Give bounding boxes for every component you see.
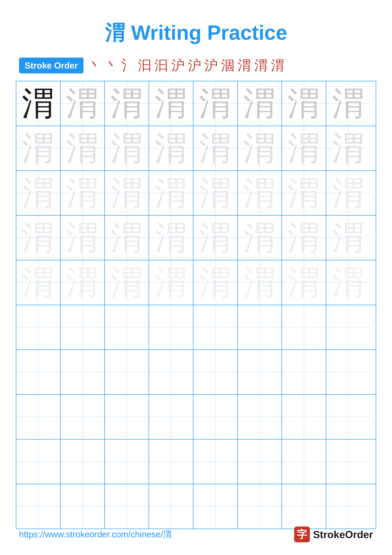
- grid-cell[interactable]: 渭: [238, 171, 282, 215]
- grid-cell[interactable]: [238, 395, 282, 439]
- practice-char: 渭: [66, 87, 99, 120]
- grid-cell[interactable]: 渭: [61, 126, 105, 170]
- grid-cell[interactable]: [105, 439, 149, 484]
- grid-cell[interactable]: 渭: [282, 216, 326, 260]
- grid-cell[interactable]: [193, 305, 238, 350]
- grid-cell[interactable]: [282, 305, 326, 350]
- grid-cell[interactable]: [61, 350, 105, 394]
- grid-cell[interactable]: 渭: [282, 260, 326, 305]
- grid-cell[interactable]: [105, 305, 149, 350]
- stroke-char-10: 渭: [238, 56, 251, 74]
- practice-char: 渭: [287, 221, 321, 254]
- grid-cell[interactable]: 渭: [16, 126, 61, 170]
- grid-cell[interactable]: 渭: [326, 81, 371, 126]
- footer-url[interactable]: https://www.strokeorder.com/chinese/渭: [19, 529, 172, 540]
- grid-cell[interactable]: [16, 305, 61, 350]
- grid-cell[interactable]: 渭: [282, 126, 326, 170]
- grid-cell[interactable]: [16, 439, 61, 484]
- grid-row: 渭 渭 渭 渭 渭 渭 渭 渭: [16, 81, 376, 126]
- grid-cell[interactable]: 渭: [105, 216, 149, 260]
- grid-cell[interactable]: 渭: [326, 126, 371, 170]
- grid-cell[interactable]: 渭: [238, 126, 282, 170]
- grid-cell[interactable]: 渭: [149, 171, 193, 215]
- grid-cell[interactable]: [282, 395, 326, 439]
- grid-cell[interactable]: 渭: [105, 81, 149, 126]
- grid-cell[interactable]: 渭: [105, 171, 149, 215]
- grid-cell[interactable]: [238, 484, 282, 529]
- grid-cell[interactable]: [193, 395, 238, 439]
- grid-cell[interactable]: [61, 439, 105, 484]
- grid-cell[interactable]: 渭: [282, 81, 326, 126]
- grid-cell[interactable]: [61, 395, 105, 439]
- grid-row: 渭 渭 渭 渭 渭 渭 渭 渭: [16, 216, 376, 260]
- grid-cell[interactable]: [238, 350, 282, 394]
- grid-cell[interactable]: [105, 395, 149, 439]
- grid-cell[interactable]: [326, 439, 371, 484]
- practice-char: 渭: [199, 221, 232, 254]
- footer-logo: 字 StrokeOrder: [294, 526, 373, 542]
- stroke-order-row: Stroke Order 丶 丶 氵 汩 汩 沪 沪 沪 涸 渭 渭 渭: [0, 56, 392, 74]
- practice-char: 渭: [155, 132, 188, 165]
- grid-cell[interactable]: 渭: [16, 171, 61, 215]
- grid-cell[interactable]: [149, 350, 193, 394]
- grid-cell[interactable]: [282, 484, 326, 529]
- grid-cell[interactable]: [149, 395, 193, 439]
- grid-cell[interactable]: 渭: [193, 126, 238, 170]
- grid-cell[interactable]: [238, 305, 282, 350]
- grid-cell[interactable]: 渭: [238, 216, 282, 260]
- grid-cell[interactable]: 渭: [105, 260, 149, 305]
- grid-cell[interactable]: [61, 305, 105, 350]
- practice-char: 渭: [332, 87, 365, 120]
- stroke-char-8: 沪: [205, 56, 218, 74]
- grid-cell[interactable]: [149, 484, 193, 529]
- grid-cell[interactable]: [282, 350, 326, 394]
- grid-cell[interactable]: 渭: [105, 126, 149, 170]
- grid-cell[interactable]: [149, 439, 193, 484]
- grid-cell[interactable]: [149, 305, 193, 350]
- grid-cell[interactable]: 渭: [238, 81, 282, 126]
- grid-cell[interactable]: [193, 439, 238, 484]
- grid-cell[interactable]: [326, 305, 371, 350]
- practice-char: 渭: [287, 87, 321, 120]
- grid-cell[interactable]: 渭: [61, 171, 105, 215]
- grid-cell[interactable]: [105, 350, 149, 394]
- grid-cell[interactable]: 渭: [149, 126, 193, 170]
- grid-cell[interactable]: 渭: [193, 216, 238, 260]
- grid-row: [16, 395, 376, 439]
- grid-cell[interactable]: [193, 484, 238, 529]
- grid-cell[interactable]: 渭: [16, 260, 61, 305]
- grid-cell[interactable]: [282, 439, 326, 484]
- grid-cell[interactable]: [326, 484, 371, 529]
- grid-cell[interactable]: [193, 350, 238, 394]
- grid-cell[interactable]: 渭: [61, 260, 105, 305]
- grid-cell[interactable]: 渭: [326, 171, 371, 215]
- practice-char: 渭: [243, 87, 276, 120]
- grid-cell[interactable]: [105, 484, 149, 529]
- grid-cell[interactable]: [16, 350, 61, 394]
- grid-cell[interactable]: 渭: [326, 216, 371, 260]
- grid-cell[interactable]: 渭: [16, 81, 61, 126]
- grid-cell[interactable]: 渭: [193, 171, 238, 215]
- page-title-text: 渭 Writing Practice: [105, 21, 287, 44]
- grid-cell[interactable]: 渭: [61, 216, 105, 260]
- grid-cell[interactable]: 渭: [16, 216, 61, 260]
- grid-cell[interactable]: 渭: [238, 260, 282, 305]
- grid-cell[interactable]: 渭: [193, 81, 238, 126]
- grid-cell[interactable]: [238, 439, 282, 484]
- grid-row: 渭 渭 渭 渭 渭 渭 渭 渭: [16, 126, 376, 171]
- grid-cell[interactable]: 渭: [149, 216, 193, 260]
- grid-cell[interactable]: 渭: [282, 171, 326, 215]
- grid-cell[interactable]: [16, 395, 61, 439]
- grid-cell[interactable]: [326, 350, 371, 394]
- grid-cell[interactable]: 渭: [149, 81, 193, 126]
- grid-cell[interactable]: 渭: [326, 260, 371, 305]
- practice-char: 渭: [332, 176, 365, 210]
- practice-char: 渭: [243, 221, 276, 254]
- grid-cell[interactable]: [16, 484, 61, 529]
- grid-cell[interactable]: 渭: [193, 260, 238, 305]
- stroke-order-chars: 丶 丶 氵 汩 汩 沪 沪 沪 涸 渭 渭 渭: [88, 56, 284, 74]
- grid-cell[interactable]: 渭: [61, 81, 105, 126]
- grid-cell[interactable]: 渭: [149, 260, 193, 305]
- grid-cell[interactable]: [326, 395, 371, 439]
- grid-cell[interactable]: [61, 484, 105, 529]
